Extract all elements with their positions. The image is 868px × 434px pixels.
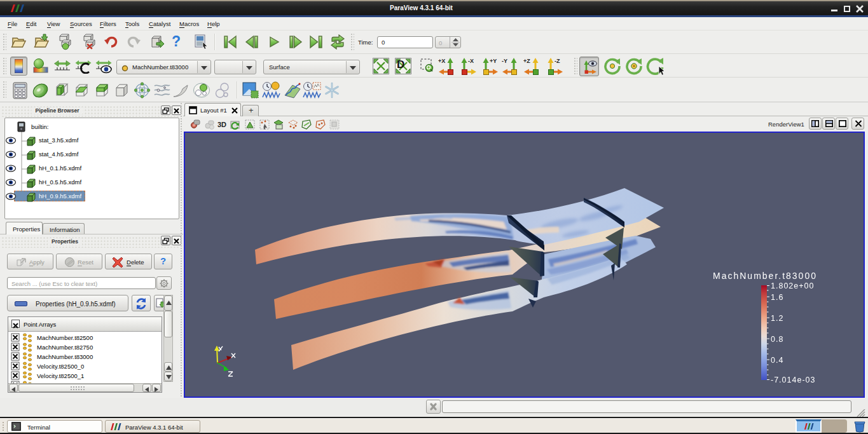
svg-text:D: D xyxy=(397,58,404,71)
svg-text:+X: +X xyxy=(438,58,445,64)
svg-text:0.8: 0.8 xyxy=(771,335,783,344)
svg-text:+Y: +Y xyxy=(490,58,497,64)
svg-text:MachNumber.t83000: MachNumber.t83000 xyxy=(713,271,817,281)
svg-text:1.802e+00: 1.802e+00 xyxy=(771,281,814,290)
svg-text:+Z: +Z xyxy=(523,58,530,64)
svg-text:0.4: 0.4 xyxy=(771,356,783,365)
svg-text:-Z: -Z xyxy=(555,58,560,64)
svg-text:-7.014e-03: -7.014e-03 xyxy=(771,376,815,384)
svg-text:1.6: 1.6 xyxy=(771,293,783,302)
svg-text:3D: 3D xyxy=(217,121,226,128)
svg-text:1.2: 1.2 xyxy=(771,314,783,323)
svg-text:-X: -X xyxy=(468,58,474,64)
svg-text:-Y: -Y xyxy=(502,58,507,64)
